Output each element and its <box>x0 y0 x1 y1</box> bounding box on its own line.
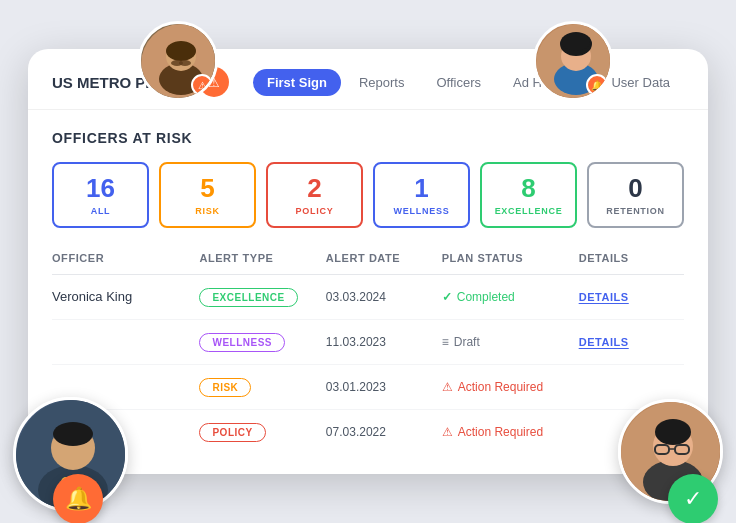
alert-badge-3: POLICY <box>199 422 325 442</box>
status-text-2: Action Required <box>458 380 543 394</box>
stat-retention-number: 0 <box>597 174 674 203</box>
table-header: OFFICER ALERT TYPE ALERT DATE PLAN STATU… <box>52 252 684 275</box>
svg-point-10 <box>562 33 590 51</box>
alert-type-0: EXCELLENCE <box>199 288 297 307</box>
plan-status-1: ≡ Draft <box>442 335 579 349</box>
table: OFFICER ALERT TYPE ALERT DATE PLAN STATU… <box>52 252 684 454</box>
stat-policy-number: 2 <box>276 174 353 203</box>
svg-point-14 <box>53 422 93 446</box>
section-title: OFFICERS AT RISK <box>52 130 684 146</box>
content: OFFICERS AT RISK 16 ALL 5 RISK 2 POLICY … <box>28 110 708 474</box>
stat-risk-label: RISK <box>169 206 246 216</box>
avatar-top-right: 🔔 <box>533 21 613 101</box>
bottom-badge-check[interactable]: ✓ <box>668 474 718 523</box>
alert-badge-0: EXCELLENCE <box>199 287 325 307</box>
stat-excellence[interactable]: 8 EXCELLENCE <box>480 162 577 228</box>
alert-date-2: 03.01.2023 <box>326 380 442 394</box>
status-text-1: Draft <box>454 335 480 349</box>
status-icon-3: ⚠ <box>442 425 453 439</box>
table-row: RISK 03.01.2023 ⚠ Action Required <box>52 365 684 410</box>
stat-retention-label: RETENTION <box>597 206 674 216</box>
plan-status-3: ⚠ Action Required <box>442 425 579 439</box>
status-icon-1: ≡ <box>442 335 449 349</box>
svg-point-3 <box>166 41 196 61</box>
table-row: Veronica King EXCELLENCE 03.03.2024 ✓ Co… <box>52 275 684 320</box>
plan-status-0: ✓ Completed <box>442 290 579 304</box>
svg-point-5 <box>179 60 191 66</box>
alert-date-3: 07.03.2022 <box>326 425 442 439</box>
tab-first-sign[interactable]: First Sign <box>253 69 341 96</box>
nav-tabs: First Sign Reports Officers Ad Hoc R... … <box>253 69 684 96</box>
table-row: POLICY 07.03.2022 ⚠ Action Required <box>52 410 684 454</box>
alert-type-2: RISK <box>199 378 251 397</box>
stat-all-label: ALL <box>62 206 139 216</box>
alert-badge-2: RISK <box>199 377 325 397</box>
details-link-1[interactable]: DETAILS <box>579 336 684 348</box>
stat-excellence-label: EXCELLENCE <box>490 206 567 216</box>
col-details: DETAILS <box>579 252 684 264</box>
alert-date-1: 11.03.2023 <box>326 335 442 349</box>
avatar-top-left: ⚠ <box>138 21 218 101</box>
svg-point-19 <box>655 419 691 445</box>
stat-risk-number: 5 <box>169 174 246 203</box>
status-icon-0: ✓ <box>442 290 452 304</box>
col-alert-date: ALERT DATE <box>326 252 442 264</box>
stat-excellence-number: 8 <box>490 174 567 203</box>
officer-name-0: Veronica King <box>52 289 199 304</box>
col-alert-type: ALERT TYPE <box>199 252 325 264</box>
stat-risk[interactable]: 5 RISK <box>159 162 256 228</box>
alert-type-1: WELLNESS <box>199 333 285 352</box>
status-text-0: Completed <box>457 290 515 304</box>
status-icon-2: ⚠ <box>442 380 453 394</box>
tab-reports[interactable]: Reports <box>345 69 419 96</box>
tab-officers[interactable]: Officers <box>422 69 495 96</box>
stat-wellness-number: 1 <box>383 174 460 203</box>
col-plan-status: PLAN STATUS <box>442 252 579 264</box>
status-text-3: Action Required <box>458 425 543 439</box>
stat-wellness[interactable]: 1 WELLNESS <box>373 162 470 228</box>
stat-all-number: 16 <box>62 174 139 203</box>
bottom-badge-bell[interactable]: 🔔 <box>53 474 103 523</box>
app-container: ⚠ 🔔 <box>28 49 708 474</box>
alert-date-0: 03.03.2024 <box>326 290 442 304</box>
details-link-0[interactable]: DETAILS <box>579 291 684 303</box>
alert-badge-1: WELLNESS <box>199 332 325 352</box>
stat-policy-label: POLICY <box>276 206 353 216</box>
plan-status-2: ⚠ Action Required <box>442 380 579 394</box>
col-officer: OFFICER <box>52 252 199 264</box>
stat-policy[interactable]: 2 POLICY <box>266 162 363 228</box>
table-row: WELLNESS 11.03.2023 ≡ Draft DETAILS <box>52 320 684 365</box>
stat-retention[interactable]: 0 RETENTION <box>587 162 684 228</box>
alert-type-3: POLICY <box>199 423 265 442</box>
stat-wellness-label: WELLNESS <box>383 206 460 216</box>
stat-all[interactable]: 16 ALL <box>52 162 149 228</box>
stats-row: 16 ALL 5 RISK 2 POLICY 1 WELLNESS 8 EXCE… <box>52 162 684 228</box>
